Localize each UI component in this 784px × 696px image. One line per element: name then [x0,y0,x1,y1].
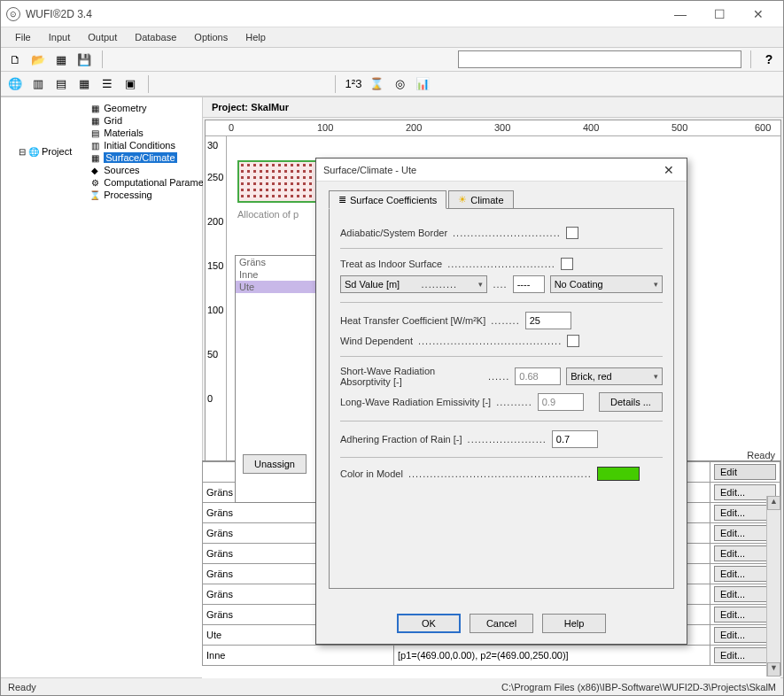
toolbar-second: 🌐 ▥ ▤ ▦ ☰ ▣ 1²3 ⌛ ◎ 📊 [1,72,783,97]
htc-label: Heat Transfer Coefficient [W/m²K] [340,315,485,326]
app-icon: ⊙ [6,7,20,21]
toolbar-combo[interactable] [458,50,741,68]
tree-grid[interactable]: ▦Grid [89,114,220,127]
htc-input[interactable] [525,312,571,329]
list-item[interactable]: Inne [236,268,319,281]
chevron-down-icon: ▾ [478,280,483,289]
material-region[interactable] [237,160,326,203]
tree-initial[interactable]: ▥Initial Conditions [89,139,220,151]
target-icon[interactable]: ◎ [391,75,408,93]
lw-input[interactable] [538,393,584,411]
tree-surface-climate[interactable]: ▦Surface/Climate [89,151,220,164]
color-label: Color in Model [340,468,403,479]
scroll-up-icon[interactable]: ▲ [767,496,780,510]
close-button[interactable]: ✕ [739,2,778,27]
tab-climate[interactable]: ☀Climate [448,190,513,209]
tree-geometry[interactable]: ▦Geometry [89,102,220,114]
toolbar2-sep [148,75,149,93]
details-button[interactable]: Details ... [599,392,663,412]
indoor-checkbox[interactable] [561,258,573,270]
save-icon[interactable]: 💾 [75,50,93,68]
ruler-horizontal: 0 100 200 300 400 500 600 [206,120,780,136]
edit-header[interactable]: Edit [714,464,776,480]
initial-icon: ▥ [89,140,101,151]
sources-icon: ◆ [89,165,101,175]
menu-file[interactable]: File [8,30,38,44]
toolbar-sep2 [750,50,751,68]
dialog-footer: OK Cancel Help [316,607,687,644]
step-icon[interactable]: 1²3 [345,75,362,93]
unassign-button[interactable]: Unassign [243,454,307,474]
indoor-label: Treat as Indoor Surface [340,259,442,269]
list-item[interactable]: Gräns [236,256,319,268]
toolbar-main: 🗋 📂 ▦ 💾 ? [1,47,783,72]
grid3-icon[interactable]: ▦ [75,75,93,93]
list-item[interactable]: Ute [236,281,319,293]
chart-icon[interactable]: 📊 [414,75,431,93]
dialog-titlebar: Surface/Climate - Ute ✕ [316,159,687,182]
minus-icon[interactable]: ⊟ [19,146,26,157]
scroll-down-icon[interactable]: ▼ [767,662,780,677]
statusbar: Ready C:\Program Files (x86)\IBP-Softwar… [1,677,783,695]
adiabatic-checkbox[interactable] [566,227,578,239]
hourglass-icon[interactable]: ⌛ [368,75,385,93]
globe-icon[interactable]: 🌐 [6,75,24,93]
geometry-icon: ▦ [89,103,101,113]
cancel-button[interactable]: Cancel [470,614,533,633]
menu-output[interactable]: Output [81,30,124,44]
dialog-close-icon[interactable]: ✕ [658,163,679,177]
sd-value-combo[interactable]: Sd Value [m]..........▾ [340,275,487,293]
open-icon[interactable]: 📂 [29,50,47,68]
minimize-button[interactable]: — [661,2,700,27]
grid2-icon[interactable]: ▤ [52,75,70,93]
sw-label: Short-Wave Radiation Absorptivity [-] [340,366,483,387]
chevron-down-icon: ▾ [654,372,658,381]
surface-icon: ▦ [89,152,101,163]
grid-icon[interactable]: ▦ [52,50,70,68]
chevron-down-icon: ▾ [654,280,658,289]
tree-comp-params[interactable]: ⚙Computational Parameters [89,176,220,189]
tab-surface-coefficients[interactable]: ≣Surface Coefficients [329,190,446,209]
processing-icon: ⌛ [89,189,101,200]
tree-root[interactable]: ⊟🌐Project ▦Geometry ▦Grid ▤Materials ▥In… [19,101,198,202]
color-swatch[interactable] [597,467,640,481]
project-tree[interactable]: ⊟🌐Project ▦Geometry ▦Grid ▤Materials ▥In… [1,97,203,677]
new-icon[interactable]: 🗋 [6,50,24,68]
status-left: Ready [8,682,36,692]
ready-label: Ready [747,450,775,460]
status-right: C:\Program Files (x86)\IBP-Software\WUFI… [501,682,776,692]
maximize-button[interactable]: ☐ [700,2,739,27]
menu-database[interactable]: Database [128,30,183,44]
table-scrollbar[interactable]: ▲ ▼ [766,496,780,677]
sun-icon: ☀ [458,194,467,205]
lw-label: Long-Wave Radiation Emissivity [-] [340,397,491,407]
tree-materials[interactable]: ▤Materials [89,127,220,139]
menu-input[interactable]: Input [42,30,77,44]
help-icon[interactable]: ? [760,50,778,68]
params-icon: ⚙ [89,177,101,188]
coeff-icon: ≣ [338,194,346,205]
toolbar-sep [102,50,103,68]
grid1-icon[interactable]: ▥ [29,75,47,93]
tree-processing[interactable]: ⌛Processing [89,189,220,201]
window-title: WUFI®2D 3.4 [26,8,661,20]
project-header: Project: SkalMur [203,97,783,118]
sd-value-input[interactable] [513,275,545,293]
menu-help[interactable]: Help [238,30,273,44]
wind-label: Wind Dependent [340,336,413,346]
wind-checkbox[interactable] [567,335,579,347]
tree-sources[interactable]: ◆Sources [89,164,220,176]
menu-options[interactable]: Options [187,30,235,44]
coating-combo[interactable]: No Coating▾ [550,275,663,293]
surface-climate-dialog: Surface/Climate - Ute ✕ ≣Surface Coeffic… [315,158,687,645]
palette-icon[interactable]: ▣ [121,75,139,93]
material-combo[interactable]: Brick, red▾ [566,367,663,385]
layers-icon[interactable]: ☰ [98,75,116,93]
help-button[interactable]: Help [542,614,606,633]
materials-icon: ▤ [89,128,101,138]
ok-button[interactable]: OK [397,614,461,633]
rain-input[interactable] [552,430,598,448]
sw-input[interactable] [515,367,561,385]
grid-icon: ▦ [89,115,101,126]
dialog-title: Surface/Climate - Ute [323,165,416,175]
